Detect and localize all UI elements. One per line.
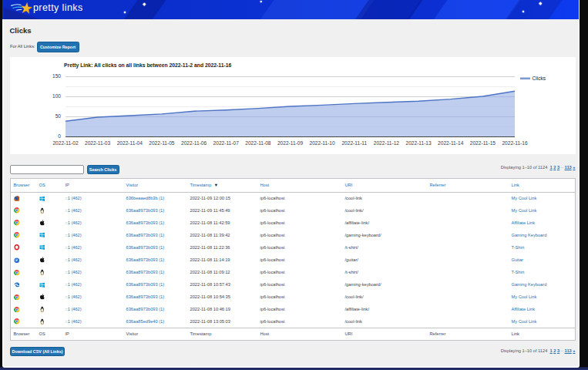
svg-text:2022-11-15: 2022-11-15 — [470, 140, 496, 146]
svg-text:2022-11-12: 2022-11-12 — [374, 140, 400, 146]
svg-text:100: 100 — [52, 93, 61, 99]
svg-text:2022-11-14: 2022-11-14 — [438, 140, 464, 146]
svg-text:50: 50 — [55, 113, 62, 119]
svg-text:2022-11-07: 2022-11-07 — [213, 140, 240, 146]
svg-text:2022-11-11: 2022-11-11 — [341, 140, 367, 146]
svg-text:0: 0 — [58, 133, 61, 139]
svg-text:Clicks: Clicks — [533, 76, 546, 81]
svg-text:2022-11-04: 2022-11-04 — [117, 140, 143, 146]
svg-text:2022-11-16: 2022-11-16 — [502, 140, 528, 146]
svg-text:Pretty Link: All clicks on all: Pretty Link: All clicks on all links bet… — [64, 62, 232, 69]
svg-text:2022-11-02: 2022-11-02 — [52, 140, 79, 146]
svg-text:2022-11-06: 2022-11-06 — [181, 140, 207, 146]
svg-text:2022-11-03: 2022-11-03 — [85, 140, 111, 146]
svg-text:2022-11-09: 2022-11-09 — [277, 140, 304, 146]
svg-text:2022-11-10: 2022-11-10 — [309, 140, 335, 146]
svg-text:2022-11-08: 2022-11-08 — [245, 140, 271, 146]
svg-text:150: 150 — [52, 73, 61, 79]
svg-text:2022-11-05: 2022-11-05 — [149, 140, 175, 146]
svg-text:2022-11-13: 2022-11-13 — [405, 140, 432, 146]
